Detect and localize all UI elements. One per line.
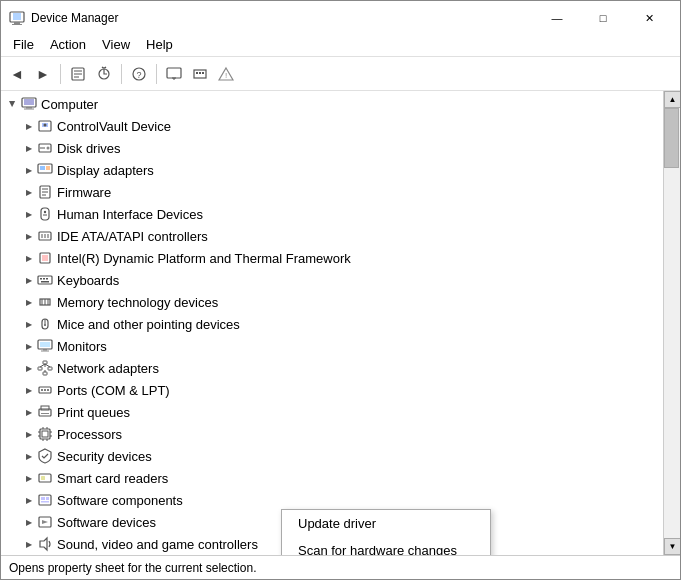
- ctx-update-driver[interactable]: Update driver: [282, 510, 490, 537]
- tree-item-controlvault[interactable]: ▶ ControlVault Device: [1, 115, 663, 137]
- scrollbar[interactable]: ▲ ▼: [663, 91, 680, 555]
- pci-button[interactable]: [188, 62, 212, 86]
- svg-rect-32: [46, 166, 50, 170]
- svg-point-57: [44, 324, 46, 326]
- svg-point-72: [44, 389, 46, 391]
- expand-arrow-softwaredevices: ▶: [21, 514, 37, 530]
- softwaredevices-label: Software devices: [57, 515, 156, 530]
- tree-item-computer[interactable]: ▶ Computer: [1, 93, 663, 115]
- security-icon: [37, 448, 53, 464]
- ctx-scan-hardware[interactable]: Scan for hardware changes: [282, 537, 490, 555]
- properties-button[interactable]: [66, 62, 90, 86]
- menu-file[interactable]: File: [5, 35, 42, 54]
- scroll-thumb[interactable]: [664, 108, 679, 168]
- back-button[interactable]: ◄: [5, 62, 29, 86]
- monitors-icon: [37, 338, 53, 354]
- expand-arrow-printqueues: ▶: [21, 404, 37, 420]
- menu-view[interactable]: View: [94, 35, 138, 54]
- svg-rect-92: [41, 501, 49, 503]
- tree-item-hid[interactable]: ▶ Human Interface Devices: [1, 203, 663, 225]
- svg-point-73: [47, 389, 49, 391]
- tree-item-smartcard[interactable]: ▶ Smart card readers: [1, 467, 663, 489]
- svg-rect-1: [13, 13, 21, 20]
- tree-item-memtech[interactable]: ▶ Memory technology devices: [1, 291, 663, 313]
- help-button[interactable]: ?: [127, 62, 151, 86]
- svg-rect-31: [40, 166, 45, 170]
- monitors-label: Monitors: [57, 339, 107, 354]
- svg-rect-78: [42, 431, 48, 437]
- expand-arrow-memtech: ▶: [21, 294, 37, 310]
- tree-item-keyboards[interactable]: ▶ Keyboards: [1, 269, 663, 291]
- svg-rect-91: [46, 497, 49, 500]
- firmware-icon: [37, 184, 53, 200]
- tree-item-printqueues[interactable]: ▶ Print queues: [1, 401, 663, 423]
- minimize-button[interactable]: —: [534, 7, 580, 29]
- intel-icon: [37, 250, 53, 266]
- expand-arrow-intel: ▶: [21, 250, 37, 266]
- svg-rect-50: [41, 281, 49, 283]
- svg-rect-45: [42, 255, 48, 261]
- tree-item-diskdrives[interactable]: ▶ Disk drives: [1, 137, 663, 159]
- svg-rect-62: [43, 361, 47, 364]
- expand-arrow-firmware: ▶: [21, 184, 37, 200]
- expand-arrow-diskdrives: ▶: [21, 140, 37, 156]
- printqueues-icon: [37, 404, 53, 420]
- expand-arrow-controlvault: ▶: [21, 118, 37, 134]
- scroll-down-button[interactable]: ▼: [664, 538, 680, 555]
- svg-rect-49: [46, 278, 48, 280]
- svg-rect-21: [24, 99, 34, 105]
- close-button[interactable]: ✕: [626, 7, 672, 29]
- security-label: Security devices: [57, 449, 152, 464]
- expand-arrow-displayadapters: ▶: [21, 162, 37, 178]
- processors-label: Processors: [57, 427, 122, 442]
- tree-item-ide[interactable]: ▶ IDE ATA/ATAPI controllers: [1, 225, 663, 247]
- smartcard-icon: [37, 470, 53, 486]
- ports-label: Ports (COM & LPT): [57, 383, 170, 398]
- expand-arrow-monitors: ▶: [21, 338, 37, 354]
- expand-arrow-keyboards: ▶: [21, 272, 37, 288]
- svg-text:!: !: [225, 71, 227, 80]
- tree-item-security[interactable]: ▶ Security devices: [1, 445, 663, 467]
- svg-line-67: [40, 364, 45, 367]
- svg-marker-94: [42, 520, 48, 524]
- tree-item-network[interactable]: ▶ Network adapters: [1, 357, 663, 379]
- forward-button[interactable]: ►: [31, 62, 55, 86]
- menu-help[interactable]: Help: [138, 35, 181, 54]
- toolbar-separator-1: [60, 64, 61, 84]
- content-area: ▶ Computer ▶ ControlVault Device ▶: [1, 91, 680, 555]
- toolbar-separator-2: [121, 64, 122, 84]
- title-bar-left: Device Manager: [9, 10, 118, 26]
- scroll-up-button[interactable]: ▲: [664, 91, 680, 108]
- tree-item-softwarecomponents[interactable]: ▶ Software components: [1, 489, 663, 511]
- tree-view[interactable]: ▶ Computer ▶ ControlVault Device ▶: [1, 91, 663, 555]
- warning-button[interactable]: !: [214, 62, 238, 86]
- maximize-button[interactable]: □: [580, 7, 626, 29]
- tree-item-intel[interactable]: ▶ Intel(R) Dynamic Platform and Thermal …: [1, 247, 663, 269]
- status-bar: Opens property sheet for the current sel…: [1, 555, 680, 579]
- firmware-label: Firmware: [57, 185, 111, 200]
- menu-action[interactable]: Action: [42, 35, 94, 54]
- processors-icon: [37, 426, 53, 442]
- diskdrives-icon: [37, 140, 53, 156]
- tree-item-ports[interactable]: ▶ Ports (COM & LPT): [1, 379, 663, 401]
- network-label: Network adapters: [57, 361, 159, 376]
- displayadapters-label: Display adapters: [57, 163, 154, 178]
- tree-item-monitors[interactable]: ▶ Monitors: [1, 335, 663, 357]
- mice-icon: [37, 316, 53, 332]
- title-controls: — □ ✕: [534, 7, 672, 29]
- app-icon: [9, 10, 25, 26]
- update-driver-button[interactable]: [92, 62, 116, 86]
- expand-arrow-ports: ▶: [21, 382, 37, 398]
- tree-item-displayadapters[interactable]: ▶ Display adapters: [1, 159, 663, 181]
- tree-item-firmware[interactable]: ▶ Firmware: [1, 181, 663, 203]
- tree-item-processors[interactable]: ▶ Processors: [1, 423, 663, 445]
- computer-icon: [21, 96, 37, 112]
- svg-rect-61: [41, 351, 49, 352]
- tree-item-mice[interactable]: ▶ Mice and other pointing devices: [1, 313, 663, 335]
- ide-icon: [37, 228, 53, 244]
- svg-text:?: ?: [137, 70, 142, 80]
- expand-arrow-sound: ▶: [21, 536, 37, 552]
- display-button[interactable]: [162, 62, 186, 86]
- svg-rect-65: [43, 372, 47, 375]
- expand-arrow-mice: ▶: [21, 316, 37, 332]
